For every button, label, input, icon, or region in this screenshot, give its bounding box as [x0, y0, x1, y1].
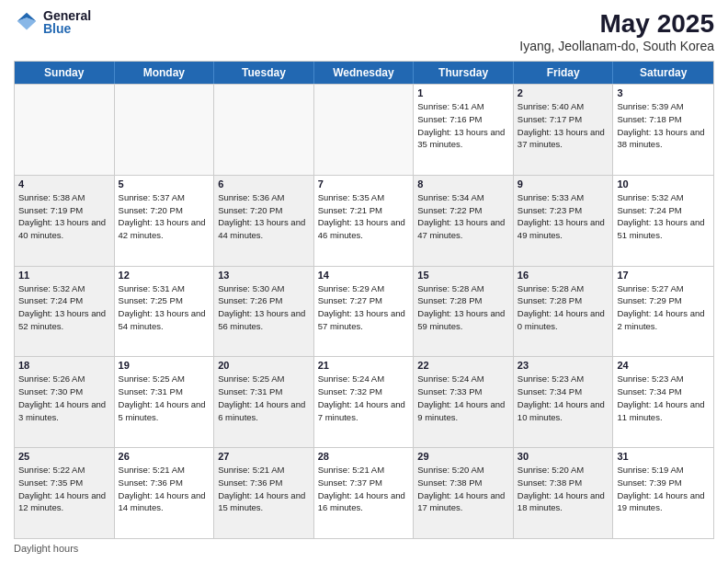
day-info: Sunrise: 5:22 AM Sunset: 7:35 PM Dayligh… — [18, 464, 110, 514]
day-info: Sunrise: 5:30 AM Sunset: 7:26 PM Dayligh… — [218, 282, 310, 333]
day-info: Sunrise: 5:25 AM Sunset: 7:31 PM Dayligh… — [218, 373, 310, 423]
day-info: Sunrise: 5:21 AM Sunset: 7:37 PM Dayligh… — [318, 464, 410, 514]
day-info: Sunrise: 5:32 AM Sunset: 7:24 PM Dayligh… — [617, 191, 710, 242]
day-number: 30 — [518, 451, 609, 462]
day-number: 17 — [617, 270, 710, 281]
calendar-row: 11Sunrise: 5:32 AM Sunset: 7:24 PM Dayli… — [15, 266, 713, 357]
calendar-cell: 29Sunrise: 5:20 AM Sunset: 7:38 PM Dayli… — [414, 448, 514, 538]
calendar-cell: 21Sunrise: 5:24 AM Sunset: 7:32 PM Dayli… — [314, 357, 415, 447]
day-number: 15 — [417, 270, 509, 281]
day-info: Sunrise: 5:31 AM Sunset: 7:25 PM Dayligh… — [119, 282, 210, 333]
day-info: Sunrise: 5:35 AM Sunset: 7:21 PM Dayligh… — [318, 191, 410, 242]
calendar-body: 1Sunrise: 5:41 AM Sunset: 7:16 PM Daylig… — [15, 84, 713, 538]
calendar-cell: 27Sunrise: 5:21 AM Sunset: 7:36 PM Dayli… — [214, 448, 314, 538]
day-info: Sunrise: 5:40 AM Sunset: 7:17 PM Dayligh… — [518, 100, 609, 151]
day-info: Sunrise: 5:21 AM Sunset: 7:36 PM Dayligh… — [119, 464, 210, 514]
weekday-header: Friday — [514, 62, 614, 84]
day-info: Sunrise: 5:21 AM Sunset: 7:36 PM Dayligh… — [218, 464, 310, 514]
footer-note: Daylight hours — [14, 543, 714, 554]
day-info: Sunrise: 5:25 AM Sunset: 7:31 PM Dayligh… — [119, 373, 210, 423]
main-title: May 2025 — [519, 9, 714, 39]
day-info: Sunrise: 5:34 AM Sunset: 7:22 PM Dayligh… — [417, 191, 509, 242]
day-info: Sunrise: 5:29 AM Sunset: 7:27 PM Dayligh… — [318, 282, 410, 333]
day-number: 4 — [18, 178, 110, 190]
calendar-cell — [15, 85, 115, 175]
weekday-header: Saturday — [613, 62, 713, 84]
day-number: 21 — [318, 360, 410, 371]
calendar-cell: 5Sunrise: 5:37 AM Sunset: 7:20 PM Daylig… — [115, 176, 215, 266]
day-info: Sunrise: 5:23 AM Sunset: 7:34 PM Dayligh… — [518, 373, 609, 423]
day-number: 1 — [417, 87, 509, 98]
calendar-row: 18Sunrise: 5:26 AM Sunset: 7:30 PM Dayli… — [15, 356, 713, 447]
calendar-cell — [314, 85, 415, 175]
calendar-cell: 26Sunrise: 5:21 AM Sunset: 7:36 PM Dayli… — [115, 448, 215, 538]
calendar-cell: 18Sunrise: 5:26 AM Sunset: 7:30 PM Dayli… — [15, 357, 115, 447]
calendar-cell — [115, 85, 215, 175]
day-number: 14 — [318, 270, 410, 281]
day-number: 8 — [417, 178, 509, 190]
day-info: Sunrise: 5:36 AM Sunset: 7:20 PM Dayligh… — [218, 191, 310, 242]
day-info: Sunrise: 5:24 AM Sunset: 7:32 PM Dayligh… — [318, 373, 410, 423]
day-number: 19 — [119, 360, 210, 371]
calendar-cell: 2Sunrise: 5:40 AM Sunset: 7:17 PM Daylig… — [514, 85, 614, 175]
day-number: 13 — [218, 270, 310, 281]
day-number: 16 — [518, 270, 609, 281]
daylight-label: Daylight hours — [14, 543, 78, 554]
calendar-cell: 20Sunrise: 5:25 AM Sunset: 7:31 PM Dayli… — [214, 357, 314, 447]
day-number: 11 — [18, 270, 110, 281]
day-number: 12 — [119, 270, 210, 281]
calendar-cell: 16Sunrise: 5:28 AM Sunset: 7:28 PM Dayli… — [514, 267, 614, 357]
day-info: Sunrise: 5:28 AM Sunset: 7:28 PM Dayligh… — [417, 282, 509, 333]
calendar-cell: 25Sunrise: 5:22 AM Sunset: 7:35 PM Dayli… — [15, 448, 115, 538]
day-number: 7 — [318, 178, 410, 190]
day-info: Sunrise: 5:27 AM Sunset: 7:29 PM Dayligh… — [617, 282, 710, 333]
logo: General Blue — [14, 9, 91, 35]
calendar-cell: 31Sunrise: 5:19 AM Sunset: 7:39 PM Dayli… — [613, 448, 713, 538]
logo-blue: Blue — [43, 22, 91, 35]
calendar-row: 25Sunrise: 5:22 AM Sunset: 7:35 PM Dayli… — [15, 447, 713, 538]
calendar-cell: 12Sunrise: 5:31 AM Sunset: 7:25 PM Dayli… — [115, 267, 215, 357]
day-number: 6 — [218, 178, 310, 190]
day-number: 10 — [617, 178, 710, 190]
calendar-header: SundayMondayTuesdayWednesdayThursdayFrid… — [15, 62, 713, 84]
weekday-header: Monday — [115, 62, 215, 84]
calendar-cell: 17Sunrise: 5:27 AM Sunset: 7:29 PM Dayli… — [613, 267, 713, 357]
calendar-row: 1Sunrise: 5:41 AM Sunset: 7:16 PM Daylig… — [15, 84, 713, 175]
day-number: 28 — [318, 451, 410, 462]
calendar-cell: 6Sunrise: 5:36 AM Sunset: 7:20 PM Daylig… — [214, 176, 314, 266]
subtitle: Iyang, Jeollanam-do, South Korea — [519, 39, 714, 53]
calendar-cell: 11Sunrise: 5:32 AM Sunset: 7:24 PM Dayli… — [15, 267, 115, 357]
logo-text: General Blue — [43, 9, 91, 35]
day-number: 5 — [119, 178, 210, 190]
day-info: Sunrise: 5:19 AM Sunset: 7:39 PM Dayligh… — [617, 464, 710, 514]
calendar-cell: 24Sunrise: 5:23 AM Sunset: 7:34 PM Dayli… — [613, 357, 713, 447]
calendar-cell: 10Sunrise: 5:32 AM Sunset: 7:24 PM Dayli… — [613, 176, 713, 266]
day-info: Sunrise: 5:39 AM Sunset: 7:18 PM Dayligh… — [617, 100, 710, 151]
day-number: 2 — [518, 87, 609, 98]
day-info: Sunrise: 5:41 AM Sunset: 7:16 PM Dayligh… — [417, 100, 509, 151]
day-number: 29 — [417, 451, 509, 462]
calendar-cell: 28Sunrise: 5:21 AM Sunset: 7:37 PM Dayli… — [314, 448, 415, 538]
day-info: Sunrise: 5:28 AM Sunset: 7:28 PM Dayligh… — [518, 282, 609, 333]
day-number: 20 — [218, 360, 310, 371]
calendar-cell — [214, 85, 314, 175]
calendar-cell: 4Sunrise: 5:38 AM Sunset: 7:19 PM Daylig… — [15, 176, 115, 266]
day-number: 24 — [617, 360, 710, 371]
calendar-cell: 19Sunrise: 5:25 AM Sunset: 7:31 PM Dayli… — [115, 357, 215, 447]
day-info: Sunrise: 5:38 AM Sunset: 7:19 PM Dayligh… — [18, 191, 110, 242]
calendar-cell: 8Sunrise: 5:34 AM Sunset: 7:22 PM Daylig… — [414, 176, 514, 266]
day-number: 31 — [617, 451, 710, 462]
calendar-cell: 23Sunrise: 5:23 AM Sunset: 7:34 PM Dayli… — [514, 357, 614, 447]
weekday-header: Wednesday — [314, 62, 415, 84]
day-number: 26 — [119, 451, 210, 462]
day-info: Sunrise: 5:24 AM Sunset: 7:33 PM Dayligh… — [417, 373, 509, 423]
day-number: 23 — [518, 360, 609, 371]
weekday-header: Sunday — [15, 62, 115, 84]
calendar-cell: 9Sunrise: 5:33 AM Sunset: 7:23 PM Daylig… — [514, 176, 614, 266]
day-info: Sunrise: 5:20 AM Sunset: 7:38 PM Dayligh… — [417, 464, 509, 514]
day-number: 25 — [18, 451, 110, 462]
day-number: 27 — [218, 451, 310, 462]
header: General Blue May 2025 Iyang, Jeollanam-d… — [14, 9, 714, 53]
day-info: Sunrise: 5:37 AM Sunset: 7:20 PM Dayligh… — [119, 191, 210, 242]
calendar-cell: 15Sunrise: 5:28 AM Sunset: 7:28 PM Dayli… — [414, 267, 514, 357]
